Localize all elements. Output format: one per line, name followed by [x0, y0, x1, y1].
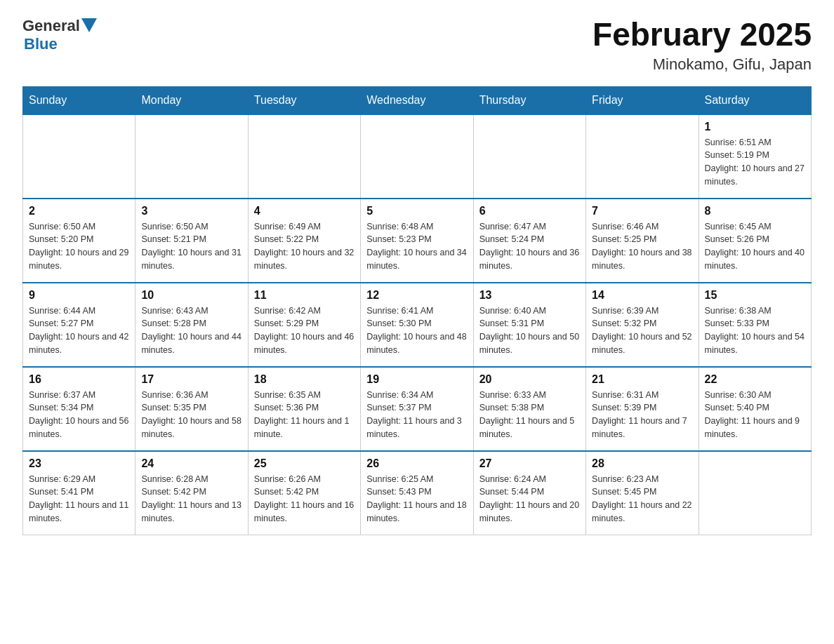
table-row: 4Sunrise: 6:49 AMSunset: 5:22 PMDaylight…: [248, 199, 360, 283]
day-info: Sunrise: 6:50 AMSunset: 5:20 PMDaylight:…: [29, 220, 129, 273]
title-block: February 2025 Minokamo, Gifu, Japan: [593, 17, 812, 74]
day-info: Sunrise: 6:26 AMSunset: 5:42 PMDaylight:…: [254, 473, 355, 525]
day-number: 22: [705, 373, 805, 386]
day-number: 24: [141, 457, 241, 470]
day-number: 6: [479, 205, 580, 217]
calendar-table: Sunday Monday Tuesday Wednesday Thursday…: [22, 86, 812, 536]
day-info: Sunrise: 6:24 AMSunset: 5:44 PMDaylight:…: [479, 473, 580, 525]
table-row: 3Sunrise: 6:50 AMSunset: 5:21 PMDaylight…: [135, 199, 248, 283]
table-row: 19Sunrise: 6:34 AMSunset: 5:37 PMDayligh…: [361, 367, 473, 451]
calendar-header-row: Sunday Monday Tuesday Wednesday Thursday…: [23, 86, 812, 114]
table-row: 16Sunrise: 6:37 AMSunset: 5:34 PMDayligh…: [23, 367, 135, 451]
table-row: 24Sunrise: 6:28 AMSunset: 5:42 PMDayligh…: [135, 451, 248, 535]
day-number: 15: [705, 289, 805, 302]
table-row: [586, 114, 699, 199]
day-number: 17: [141, 373, 241, 386]
day-info: Sunrise: 6:31 AMSunset: 5:39 PMDaylight:…: [592, 389, 692, 441]
day-info: Sunrise: 6:44 AMSunset: 5:27 PMDaylight:…: [29, 304, 129, 357]
day-info: Sunrise: 6:29 AMSunset: 5:41 PMDaylight:…: [29, 473, 129, 525]
day-info: Sunrise: 6:23 AMSunset: 5:45 PMDaylight:…: [592, 473, 692, 525]
day-info: Sunrise: 6:34 AMSunset: 5:37 PMDaylight:…: [366, 389, 467, 441]
header-sunday: Sunday: [23, 86, 135, 114]
table-row: 23Sunrise: 6:29 AMSunset: 5:41 PMDayligh…: [23, 451, 135, 535]
day-number: 18: [254, 373, 355, 386]
day-number: 8: [705, 205, 805, 217]
day-number: 19: [366, 373, 467, 386]
day-number: 16: [29, 373, 129, 386]
day-info: Sunrise: 6:46 AMSunset: 5:25 PMDaylight:…: [592, 220, 692, 273]
calendar-week-row: 9Sunrise: 6:44 AMSunset: 5:27 PMDaylight…: [23, 283, 812, 367]
day-info: Sunrise: 6:39 AMSunset: 5:32 PMDaylight:…: [592, 304, 692, 357]
day-info: Sunrise: 6:25 AMSunset: 5:43 PMDaylight:…: [366, 473, 467, 525]
day-info: Sunrise: 6:28 AMSunset: 5:42 PMDaylight:…: [141, 473, 241, 525]
day-info: Sunrise: 6:30 AMSunset: 5:40 PMDaylight:…: [705, 389, 805, 441]
day-number: 14: [592, 289, 692, 302]
calendar-week-row: 2Sunrise: 6:50 AMSunset: 5:20 PMDaylight…: [23, 199, 812, 283]
table-row: [473, 114, 585, 199]
table-row: 1Sunrise: 6:51 AMSunset: 5:19 PMDaylight…: [699, 114, 811, 199]
day-info: Sunrise: 6:36 AMSunset: 5:35 PMDaylight:…: [141, 389, 241, 441]
logo: General Blue: [22, 17, 97, 53]
header-friday: Friday: [586, 86, 699, 114]
table-row: 10Sunrise: 6:43 AMSunset: 5:28 PMDayligh…: [135, 283, 248, 367]
table-row: 9Sunrise: 6:44 AMSunset: 5:27 PMDaylight…: [23, 283, 135, 367]
table-row: 2Sunrise: 6:50 AMSunset: 5:20 PMDaylight…: [23, 199, 135, 283]
table-row: 7Sunrise: 6:46 AMSunset: 5:25 PMDaylight…: [586, 199, 699, 283]
table-row: 17Sunrise: 6:36 AMSunset: 5:35 PMDayligh…: [135, 367, 248, 451]
table-row: 15Sunrise: 6:38 AMSunset: 5:33 PMDayligh…: [699, 283, 811, 367]
day-number: 20: [479, 373, 580, 386]
day-info: Sunrise: 6:40 AMSunset: 5:31 PMDaylight:…: [479, 304, 580, 357]
table-row: 20Sunrise: 6:33 AMSunset: 5:38 PMDayligh…: [473, 367, 585, 451]
day-info: Sunrise: 6:47 AMSunset: 5:24 PMDaylight:…: [479, 220, 580, 273]
day-number: 2: [29, 205, 129, 217]
svg-marker-0: [81, 18, 97, 32]
header-thursday: Thursday: [473, 86, 585, 114]
day-number: 1: [705, 121, 805, 133]
day-info: Sunrise: 6:49 AMSunset: 5:22 PMDaylight:…: [254, 220, 355, 273]
calendar-week-row: 16Sunrise: 6:37 AMSunset: 5:34 PMDayligh…: [23, 367, 812, 451]
day-number: 26: [366, 457, 467, 470]
day-number: 12: [366, 289, 467, 302]
table-row: 14Sunrise: 6:39 AMSunset: 5:32 PMDayligh…: [586, 283, 699, 367]
day-number: 25: [254, 457, 355, 470]
day-info: Sunrise: 6:51 AMSunset: 5:19 PMDaylight:…: [705, 136, 805, 189]
day-number: 4: [254, 205, 355, 217]
table-row: 28Sunrise: 6:23 AMSunset: 5:45 PMDayligh…: [586, 451, 699, 535]
day-info: Sunrise: 6:41 AMSunset: 5:30 PMDaylight:…: [366, 304, 467, 357]
day-info: Sunrise: 6:33 AMSunset: 5:38 PMDaylight:…: [479, 389, 580, 441]
day-info: Sunrise: 6:48 AMSunset: 5:23 PMDaylight:…: [366, 220, 467, 273]
table-row: 27Sunrise: 6:24 AMSunset: 5:44 PMDayligh…: [473, 451, 585, 535]
day-number: 7: [592, 205, 692, 217]
day-number: 21: [592, 373, 692, 386]
day-number: 27: [479, 457, 580, 470]
day-number: 10: [141, 289, 241, 302]
day-number: 11: [254, 289, 355, 302]
day-number: 28: [592, 457, 692, 470]
day-number: 9: [29, 289, 129, 302]
table-row: 25Sunrise: 6:26 AMSunset: 5:42 PMDayligh…: [248, 451, 360, 535]
logo-arrow-icon: [81, 18, 97, 32]
table-row: 8Sunrise: 6:45 AMSunset: 5:26 PMDaylight…: [699, 199, 811, 283]
day-number: 13: [479, 289, 580, 302]
table-row: [699, 451, 811, 535]
header-wednesday: Wednesday: [361, 86, 473, 114]
logo-general-text: General: [22, 17, 80, 35]
table-row: 26Sunrise: 6:25 AMSunset: 5:43 PMDayligh…: [361, 451, 473, 535]
header-saturday: Saturday: [699, 86, 811, 114]
calendar-week-row: 1Sunrise: 6:51 AMSunset: 5:19 PMDaylight…: [23, 114, 812, 199]
table-row: 22Sunrise: 6:30 AMSunset: 5:40 PMDayligh…: [699, 367, 811, 451]
table-row: 21Sunrise: 6:31 AMSunset: 5:39 PMDayligh…: [586, 367, 699, 451]
calendar-week-row: 23Sunrise: 6:29 AMSunset: 5:41 PMDayligh…: [23, 451, 812, 535]
table-row: [248, 114, 360, 199]
header-monday: Monday: [135, 86, 248, 114]
logo-blue-text: Blue: [24, 35, 58, 53]
header-tuesday: Tuesday: [248, 86, 360, 114]
table-row: 6Sunrise: 6:47 AMSunset: 5:24 PMDaylight…: [473, 199, 585, 283]
table-row: [135, 114, 248, 199]
day-info: Sunrise: 6:50 AMSunset: 5:21 PMDaylight:…: [141, 220, 241, 273]
day-info: Sunrise: 6:45 AMSunset: 5:26 PMDaylight:…: [705, 220, 805, 273]
table-row: 13Sunrise: 6:40 AMSunset: 5:31 PMDayligh…: [473, 283, 585, 367]
table-row: 11Sunrise: 6:42 AMSunset: 5:29 PMDayligh…: [248, 283, 360, 367]
day-number: 3: [141, 205, 241, 217]
day-info: Sunrise: 6:38 AMSunset: 5:33 PMDaylight:…: [705, 304, 805, 357]
